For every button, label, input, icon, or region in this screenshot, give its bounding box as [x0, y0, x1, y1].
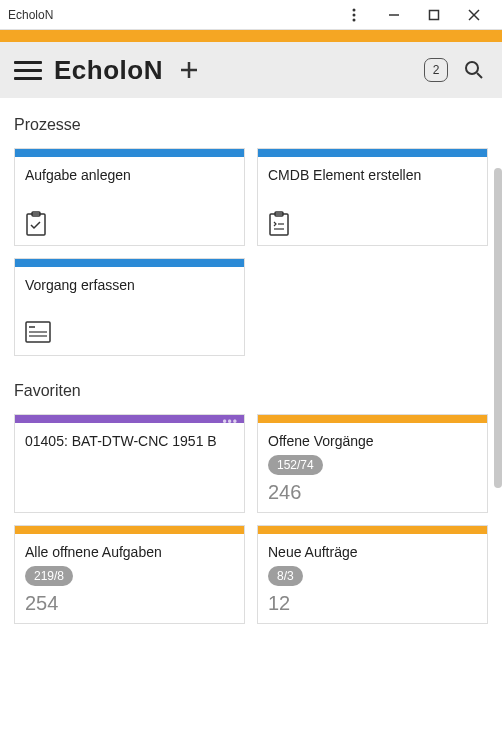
favorite-card-alle-aufgaben[interactable]: Alle offnene Aufgaben 219/8 254: [14, 525, 245, 624]
svg-rect-4: [430, 10, 439, 19]
card-stripe: [258, 149, 487, 157]
favorite-card-offene-vorgaenge[interactable]: Offene Vorgänge 152/74 246: [257, 414, 488, 513]
card-stripe: [15, 149, 244, 157]
card-menu-icon[interactable]: •••: [222, 415, 238, 429]
process-card-cmdb[interactable]: CMDB Element erstellen: [257, 148, 488, 246]
scrollbar[interactable]: [492, 98, 502, 734]
count-badge: 8/3: [268, 566, 303, 586]
close-button[interactable]: [454, 1, 494, 29]
card-stripe: [258, 526, 487, 534]
svg-line-10: [477, 73, 482, 78]
process-card-aufgabe[interactable]: Aufgabe anlegen: [14, 148, 245, 246]
maximize-button[interactable]: [414, 1, 454, 29]
count-number: 12: [268, 592, 477, 615]
more-icon[interactable]: [334, 1, 374, 29]
svg-rect-11: [27, 214, 45, 235]
favorite-card-01405[interactable]: ••• 01405: BAT-DTW-CNC 1951 B: [14, 414, 245, 513]
card-title: Alle offnene Aufgaben: [25, 544, 234, 560]
add-button[interactable]: [175, 56, 203, 84]
processes-grid: Aufgabe anlegen CMDB Element erstellen V…: [14, 148, 488, 356]
card-title: 01405: BAT-DTW-CNC 1951 B: [25, 433, 234, 449]
svg-point-1: [353, 13, 356, 16]
count-badge: 152/74: [268, 455, 323, 475]
clipboard-list-icon: [268, 211, 292, 237]
favorite-card-neue-auftraege[interactable]: Neue Aufträge 8/3 12: [257, 525, 488, 624]
window-controls: [334, 1, 494, 29]
app-logo: EcholoN: [54, 55, 163, 86]
window-titlebar: EcholoN: [0, 0, 502, 30]
search-button[interactable]: [460, 56, 488, 84]
main-content: Prozesse Aufgabe anlegen CMDB Element er…: [0, 98, 502, 734]
section-title-processes: Prozesse: [14, 116, 488, 134]
form-icon: [25, 321, 49, 347]
count-number: 254: [25, 592, 234, 615]
notification-badge[interactable]: 2: [424, 58, 448, 82]
card-title: Vorgang erfassen: [25, 277, 234, 293]
svg-point-0: [353, 8, 356, 11]
card-title: CMDB Element erstellen: [268, 167, 477, 183]
card-stripe: [258, 415, 487, 423]
menu-button[interactable]: [14, 56, 42, 84]
card-title: Offene Vorgänge: [268, 433, 477, 449]
card-title: Neue Aufträge: [268, 544, 477, 560]
process-card-vorgang[interactable]: Vorgang erfassen: [14, 258, 245, 356]
count-badge: 219/8: [25, 566, 73, 586]
section-title-favorites: Favoriten: [14, 382, 488, 400]
card-stripe: •••: [15, 415, 244, 423]
card-stripe: [15, 526, 244, 534]
accent-bar: [0, 30, 502, 42]
minimize-button[interactable]: [374, 1, 414, 29]
clipboard-check-icon: [25, 211, 49, 237]
app-header: EcholoN 2: [0, 42, 502, 98]
svg-point-9: [466, 62, 478, 74]
card-title: Aufgabe anlegen: [25, 167, 234, 183]
window-title: EcholoN: [8, 8, 334, 22]
scrollbar-thumb[interactable]: [494, 168, 502, 488]
card-stripe: [15, 259, 244, 267]
favorites-grid: ••• 01405: BAT-DTW-CNC 1951 B Offene Vor…: [14, 414, 488, 624]
svg-point-2: [353, 18, 356, 21]
count-number: 246: [268, 481, 477, 504]
